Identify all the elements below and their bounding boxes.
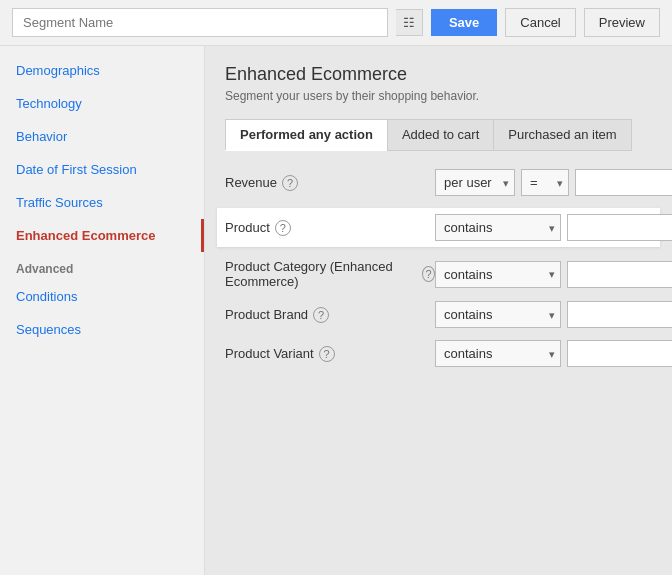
header: ☷ Save Cancel Preview <box>0 0 672 46</box>
product-brand-label: Product Brand ? <box>225 307 435 323</box>
tab-performed-any-action[interactable]: Performed any action <box>225 119 387 151</box>
revenue-per-user-wrapper: per user total <box>435 169 515 196</box>
product-variant-value-input[interactable] <box>567 340 672 367</box>
content-title: Enhanced Ecommerce <box>225 64 652 85</box>
revenue-help-icon[interactable]: ? <box>282 175 298 191</box>
tab-purchased-an-item[interactable]: Purchased an item <box>493 119 631 151</box>
revenue-operator-select[interactable]: = > < >= <= != <box>521 169 569 196</box>
revenue-per-user-select[interactable]: per user total <box>435 169 515 196</box>
revenue-label: Revenue ? <box>225 175 435 191</box>
product-variant-contains-wrapper: contains exactly matches begins with end… <box>435 340 561 367</box>
product-controls: contains exactly matches begins with end… <box>435 214 672 241</box>
product-category-value-input[interactable] <box>567 261 672 288</box>
product-category-controls: contains exactly matches begins with end… <box>435 261 672 288</box>
main-layout: Demographics Technology Behavior Date of… <box>0 46 672 575</box>
product-value-input[interactable] <box>567 214 672 241</box>
filter-row-product-category: Product Category (Enhanced Ecommerce) ? … <box>225 259 652 289</box>
product-contains-select[interactable]: contains exactly matches begins with end… <box>435 214 561 241</box>
product-brand-contains-wrapper: contains exactly matches begins with end… <box>435 301 561 328</box>
product-variant-contains-select[interactable]: contains exactly matches begins with end… <box>435 340 561 367</box>
cancel-button[interactable]: Cancel <box>505 8 575 37</box>
save-button[interactable]: Save <box>431 9 497 36</box>
tab-added-to-cart[interactable]: Added to cart <box>387 119 493 151</box>
product-contains-wrapper: contains exactly matches begins with end… <box>435 214 561 241</box>
sidebar: Demographics Technology Behavior Date of… <box>0 46 205 575</box>
product-category-contains-select[interactable]: contains exactly matches begins with end… <box>435 261 561 288</box>
product-variant-controls: contains exactly matches begins with end… <box>435 340 672 367</box>
product-help-icon[interactable]: ? <box>275 220 291 236</box>
sidebar-item-demographics[interactable]: Demographics <box>0 54 204 87</box>
product-variant-help-icon[interactable]: ? <box>319 346 335 362</box>
product-variant-label: Product Variant ? <box>225 346 435 362</box>
sidebar-item-conditions[interactable]: Conditions <box>0 280 204 313</box>
segment-name-input[interactable] <box>12 8 388 37</box>
sidebar-item-technology[interactable]: Technology <box>0 87 204 120</box>
product-category-label: Product Category (Enhanced Ecommerce) ? <box>225 259 435 289</box>
product-brand-contains-select[interactable]: contains exactly matches begins with end… <box>435 301 561 328</box>
preview-button[interactable]: Preview <box>584 8 660 37</box>
sidebar-item-traffic-sources[interactable]: Traffic Sources <box>0 186 204 219</box>
sidebar-item-behavior[interactable]: Behavior <box>0 120 204 153</box>
product-label: Product ? <box>225 220 435 236</box>
revenue-controls: per user total = > < >= <= != <box>435 169 672 196</box>
sidebar-item-enhanced-ecommerce[interactable]: Enhanced Ecommerce <box>0 219 204 252</box>
filter-row-product-variant: Product Variant ? contains exactly match… <box>225 340 652 367</box>
sidebar-item-date-of-first-session[interactable]: Date of First Session <box>0 153 204 186</box>
content-area: Enhanced Ecommerce Segment your users by… <box>205 46 672 575</box>
product-brand-value-input[interactable] <box>567 301 672 328</box>
filter-row-product: Product ? contains exactly matches begin… <box>217 208 660 247</box>
product-category-contains-wrapper: contains exactly matches begins with end… <box>435 261 561 288</box>
tab-bar: Performed any action Added to cart Purch… <box>225 119 652 151</box>
product-category-help-icon[interactable]: ? <box>422 266 435 282</box>
content-subtitle: Segment your users by their shopping beh… <box>225 89 652 103</box>
filter-row-product-brand: Product Brand ? contains exactly matches… <box>225 301 652 328</box>
segment-name-icon[interactable]: ☷ <box>396 9 423 36</box>
filter-row-revenue: Revenue ? per user total = > < >= <box>225 169 652 196</box>
sidebar-item-sequences[interactable]: Sequences <box>0 313 204 346</box>
product-brand-help-icon[interactable]: ? <box>313 307 329 323</box>
revenue-value-input[interactable] <box>575 169 672 196</box>
advanced-section-label: Advanced <box>0 252 204 280</box>
revenue-operator-wrapper: = > < >= <= != <box>521 169 569 196</box>
product-brand-controls: contains exactly matches begins with end… <box>435 301 672 328</box>
